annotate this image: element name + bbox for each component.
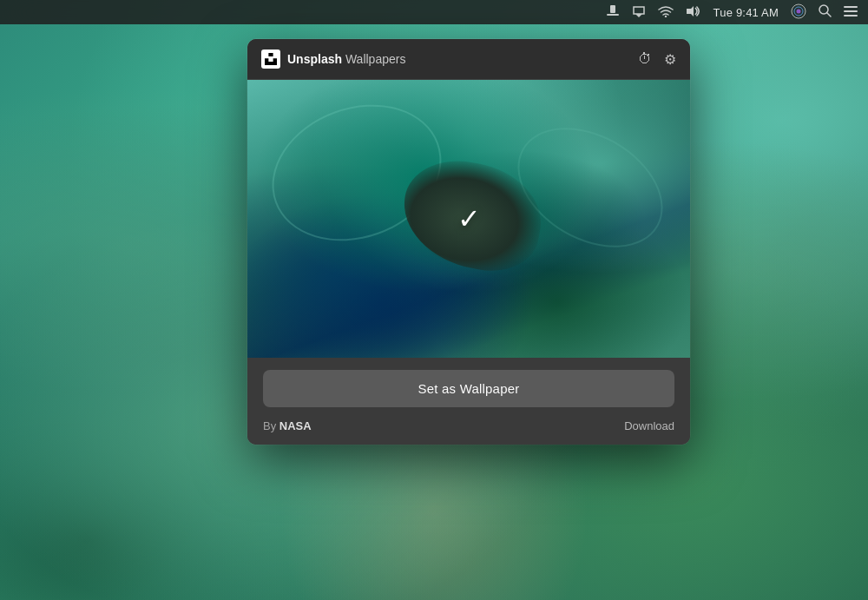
credit-prefix: By (263, 419, 279, 432)
search-icon[interactable] (819, 4, 832, 20)
svg-rect-0 (607, 14, 619, 16)
popup-footer: By NASA Download (263, 419, 674, 432)
svg-rect-12 (844, 10, 858, 12)
popup-header-left: Unsplash Wallpapers (261, 49, 405, 69)
popup-bottom-panel: Set as Wallpaper By NASA Download (247, 358, 690, 445)
popup-title-regular: Wallpapers (342, 52, 405, 66)
upload-icon[interactable] (606, 5, 620, 20)
svg-point-8 (797, 9, 801, 13)
photo-credit: By NASA (263, 419, 312, 432)
volume-icon[interactable] (686, 5, 701, 20)
list-icon[interactable] (844, 5, 858, 20)
download-link[interactable]: Download (624, 419, 674, 432)
popup-header-actions: ⏱ ⚙ (638, 51, 676, 68)
water-detail-2 (496, 103, 684, 272)
water-detail-1 (253, 82, 460, 263)
menubar-time: Tue 9:41 AM (713, 6, 779, 19)
siri-icon[interactable] (791, 3, 806, 22)
svg-point-4 (664, 15, 666, 16)
svg-rect-11 (844, 6, 858, 8)
airplay-icon[interactable] (632, 5, 646, 20)
svg-line-10 (827, 13, 831, 16)
wallpaper-preview: ✓ (247, 80, 690, 358)
history-icon[interactable]: ⏱ (638, 51, 652, 67)
selected-checkmark: ✓ (457, 202, 481, 235)
unsplash-popup: Unsplash Wallpapers ⏱ ⚙ ✓ Set as Wallpap… (247, 39, 690, 445)
svg-marker-3 (635, 14, 642, 17)
popup-title-bold: Unsplash (287, 52, 342, 66)
menubar: Tue 9:41 AM (0, 0, 868, 24)
credit-author: NASA (279, 419, 312, 432)
popup-title: Unsplash Wallpapers (287, 52, 405, 66)
unsplash-logo-icon (261, 49, 280, 69)
svg-marker-5 (687, 6, 694, 16)
settings-icon[interactable]: ⚙ (664, 51, 676, 68)
menubar-icons: Tue 9:41 AM (606, 3, 858, 22)
popup-header: Unsplash Wallpapers ⏱ ⚙ (247, 39, 690, 80)
set-wallpaper-button[interactable]: Set as Wallpaper (263, 370, 674, 407)
wifi-icon[interactable] (658, 5, 674, 20)
svg-rect-13 (844, 15, 858, 16)
